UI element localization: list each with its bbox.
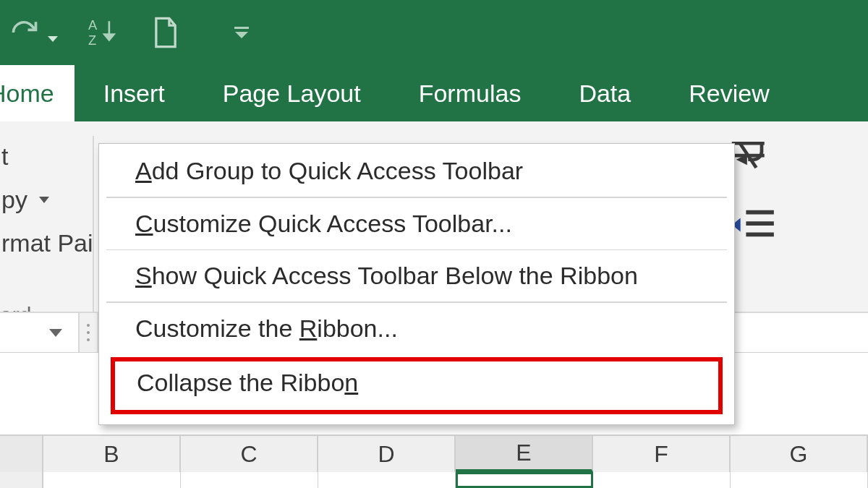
menu-text: ustomize Quick Access Toolbar... [153, 210, 512, 237]
row-header[interactable] [0, 472, 43, 488]
column-header[interactable]: D [318, 436, 456, 472]
cell[interactable] [593, 472, 731, 488]
ribbon-context-menu: Add Group to Quick Access Toolbar Custom… [98, 143, 735, 425]
format-painter-button[interactable]: rmat Pai [0, 221, 94, 265]
menu-customize-ribbon[interactable]: Customize the Ribbon... [99, 304, 734, 353]
tab-review[interactable]: Review [660, 65, 798, 121]
sort-icon[interactable]: A Z [87, 16, 120, 49]
column-header[interactable]: B [43, 436, 181, 472]
menu-text: dd Group to Quick Access Toolbar [152, 157, 523, 184]
menu-accelerator: R [299, 314, 318, 342]
tab-page-layout-label: Page Layout [223, 80, 361, 108]
menu-accelerator: n [344, 369, 358, 396]
menu-text: ibbon... [317, 314, 398, 342]
grid-row [0, 472, 868, 488]
decrease-indent-button[interactable] [729, 207, 777, 244]
menu-separator [106, 197, 727, 198]
select-all-triangle[interactable] [0, 436, 43, 472]
wrap-text-button[interactable] [729, 139, 777, 176]
copy-label: py [1, 186, 27, 214]
column-header-active[interactable]: E [456, 436, 593, 472]
column-header[interactable]: F [593, 436, 731, 472]
redo-dropdown-icon[interactable] [48, 36, 58, 42]
cell[interactable] [43, 472, 181, 488]
copy-dropdown-icon[interactable] [39, 197, 49, 203]
menu-add-group-to-qat[interactable]: Add Group to Quick Access Toolbar [99, 147, 734, 195]
menu-separator [106, 301, 727, 303]
tab-formulas-label: Formulas [419, 80, 522, 108]
format-painter-label: rmat Pai [1, 229, 93, 257]
menu-show-qat-below-ribbon[interactable]: Show Quick Access Toolbar Below the Ribb… [99, 252, 734, 300]
new-document-icon[interactable] [149, 16, 182, 49]
menu-collapse-ribbon[interactable]: Collapse the Ribbon [111, 357, 723, 414]
chevron-down-icon [49, 329, 62, 337]
ribbon-tabs: Home Insert Page Layout Formulas Data Re… [0, 65, 868, 121]
cut-label: t [1, 142, 8, 171]
tab-formulas[interactable]: Formulas [390, 65, 550, 121]
column-header[interactable]: G [731, 436, 868, 472]
menu-accelerator: C [135, 210, 153, 237]
tab-insert-label: Insert [103, 80, 165, 108]
cut-button[interactable]: t [0, 134, 94, 178]
menu-customize-qat[interactable]: Customize Quick Access Toolbar... [99, 200, 734, 248]
menu-accelerator: A [135, 157, 152, 184]
column-headers: B C D E F G [0, 435, 868, 472]
name-box-dropdown[interactable] [0, 313, 80, 352]
cell[interactable] [318, 472, 456, 488]
tab-insert[interactable]: Insert [75, 65, 194, 121]
cell[interactable] [731, 472, 868, 488]
svg-text:A: A [88, 17, 98, 33]
menu-text: Collapse the Ribbo [137, 369, 344, 396]
tab-data-label: Data [579, 80, 631, 108]
customize-qat-dropdown-icon[interactable] [233, 16, 250, 49]
menu-text: how Quick Access Toolbar Below the Ribbo… [152, 262, 638, 289]
cell[interactable] [181, 472, 318, 488]
svg-text:Z: Z [88, 33, 96, 48]
menu-accelerator: S [135, 262, 152, 289]
menu-separator [106, 249, 727, 251]
menu-text: Customize the [135, 314, 299, 342]
copy-button[interactable]: py [0, 178, 94, 221]
tab-page-layout[interactable]: Page Layout [194, 65, 390, 121]
tab-home-label: Home [0, 80, 54, 108]
cell-active[interactable] [456, 472, 593, 488]
redo-icon[interactable] [7, 16, 41, 49]
tab-home[interactable]: Home [0, 65, 75, 121]
column-header[interactable]: C [181, 436, 318, 472]
tab-review-label: Review [689, 80, 769, 108]
tab-data[interactable]: Data [550, 65, 660, 121]
formula-bar-expand[interactable] [80, 313, 98, 352]
quick-access-toolbar: A Z [0, 0, 868, 65]
group-separator [93, 136, 94, 335]
